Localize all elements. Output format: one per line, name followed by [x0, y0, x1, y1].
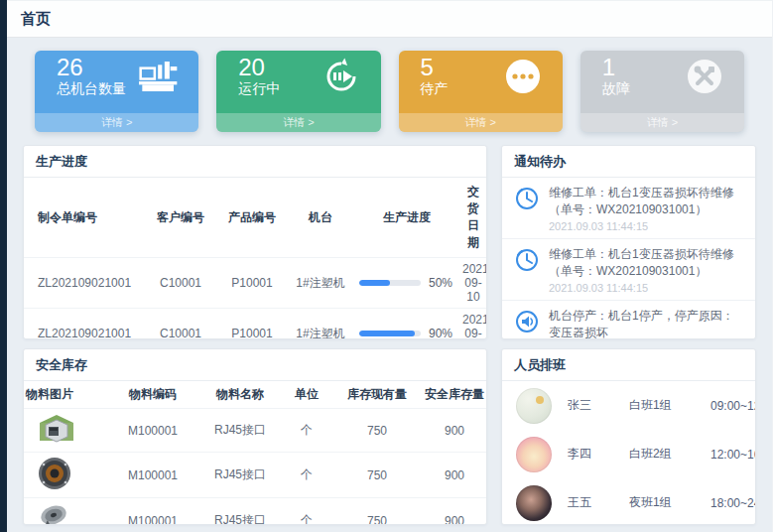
notification-time: 2021.09.03 11:44:15: [549, 220, 743, 232]
panel-title: 安全库存: [24, 349, 486, 381]
staff-time: 12:00~16:00: [710, 448, 756, 462]
table-header-row: 物料图片 物料编码 物料名称 单位 库存现有量 安全库存量: [24, 381, 486, 409]
panels-row-bottom: 安全库存 物料图片 物料编码 物料名称 单位 库存现有量 安全库存量: [23, 348, 756, 525]
stat-card-fault[interactable]: 1 故障: [580, 51, 744, 132]
card-value: 1: [602, 54, 630, 81]
stat-card-total-machines[interactable]: 26 总机台数量 详情 >: [35, 51, 198, 132]
topbar: 首页: [7, 0, 772, 38]
cycle-icon: [322, 57, 361, 96]
notifications-panel: 通知待办 维修工单：机台1变压器损坏待维修（单号：WX202109031001）…: [501, 145, 756, 339]
staff-row: 李四 白班2组 12:00~16:00: [502, 430, 755, 478]
staff-time: 09:00~12:00: [710, 399, 756, 413]
column-header: 机台: [288, 178, 353, 258]
avatar: [516, 485, 552, 521]
table-header-row: 制令单编号 客户编号 产品编号 机台 生产进度 交货日期: [24, 178, 486, 258]
app-root: { "window": { "title": "首页" }, "theme": …: [0, 0, 773, 532]
table-row: M100001 RJ45接口 个 750 900: [24, 409, 486, 453]
stat-card-running[interactable]: 20 运行中 详情 >: [216, 51, 380, 132]
table-row: M100001 RJ45接口 个 750 900: [24, 498, 486, 526]
page-title: 首页: [21, 10, 51, 29]
notification-text: 维修工单：机台1变压器损坏待维修（单号：WX202109031001）: [549, 246, 743, 281]
column-header: 物料图片: [24, 381, 107, 409]
card-detail-link[interactable]: 详情 >: [35, 113, 198, 132]
card-label: 故障: [602, 80, 630, 98]
staff-name: 王五: [568, 494, 629, 511]
card-main: 20 运行中: [216, 51, 380, 113]
table-row: M100001 RJ45接口 个 750 900: [24, 453, 486, 498]
card-label: 待产: [421, 80, 449, 98]
production-table: 制令单编号 客户编号 产品编号 机台 生产进度 交货日期 ZL202109021…: [24, 178, 486, 339]
card-label: 总机台数量: [57, 80, 126, 98]
clock-icon: [514, 247, 540, 273]
staff-row: 张三 白班1组 09:00~12:00: [502, 381, 755, 430]
production-progress-panel: 生产进度 制令单编号 客户编号 产品编号 机台 生产进度 交货日期: [23, 145, 487, 339]
rj45-connector-image: [38, 413, 75, 448]
staff-shift: 夜班1组: [629, 494, 710, 511]
table-row: ZL202109021001 C10001 P10001 1#注塑机 50% 2…: [24, 258, 486, 309]
stat-card-pending[interactable]: 5 待产 详情 >: [399, 51, 563, 132]
card-value: 26: [57, 54, 126, 81]
speaker-icon: [514, 309, 540, 334]
card-detail-link[interactable]: 详情 >: [216, 113, 380, 132]
card-main: 1 故障: [580, 51, 744, 113]
notification-time: 2021.09.03 11:44:15: [549, 282, 743, 294]
staff-name: 李四: [568, 446, 629, 463]
staff-row: 王五 夜班1组 18:00~24:00: [502, 478, 755, 525]
column-header: 交货日期: [460, 178, 486, 258]
content: 26 总机台数量 详情 >: [7, 38, 772, 525]
progress-bar: 50%: [355, 276, 458, 290]
panel-title: 人员排班: [502, 349, 755, 381]
card-detail-link[interactable]: 详情 >: [399, 113, 563, 132]
column-header: 客户编号: [145, 178, 216, 258]
machine-icon: [139, 57, 179, 96]
column-header: 库存现有量: [331, 381, 423, 409]
card-value: 20: [238, 54, 280, 81]
sidebar-sliver: [0, 0, 7, 532]
card-main: 26 总机台数量: [35, 51, 198, 113]
tools-icon: [685, 57, 724, 96]
progress-bar: 90%: [355, 327, 458, 339]
notification-text: 维修工单：机台1变压器损坏待维修（单号：WX202109031001）: [549, 185, 743, 219]
clock-icon: [514, 186, 540, 211]
staff-time: 18:00~24:00: [710, 496, 756, 510]
speaker-front-image: [38, 457, 71, 493]
panels-row-top: 生产进度 制令单编号 客户编号 产品编号 机台 生产进度 交货日期: [23, 145, 756, 339]
column-header: 制令单编号: [24, 178, 145, 258]
column-header: 安全库存量: [423, 381, 486, 409]
column-header: 生产进度: [353, 178, 460, 258]
card-value: 5: [421, 54, 449, 81]
column-header: 物料编码: [107, 381, 198, 409]
main-area: 首页 26 总机台数量: [7, 0, 772, 532]
notification-item: 维修工单：机台1变压器损坏待维修（单号：WX202109031001） 2021…: [502, 239, 755, 301]
ellipsis-icon: [503, 57, 543, 96]
panel-title: 通知待办: [502, 146, 755, 178]
column-header: 单位: [282, 381, 331, 409]
panel-title: 生产进度: [24, 146, 486, 178]
table-row: ZL202109021001 C10001 P10001 1#注塑机 90% 2…: [24, 309, 486, 340]
notification-item: 维修工单：机台1变压器损坏待维修（单号：WX202109031001） 2021…: [502, 178, 755, 239]
staff-schedule-panel: 人员排班 张三 白班1组 09:00~12:00 李四 白班2组 12:00~1…: [501, 348, 756, 525]
inventory-table: 物料图片 物料编码 物料名称 单位 库存现有量 安全库存量: [24, 381, 486, 525]
avatar: [516, 437, 552, 472]
avatar: [516, 388, 552, 424]
card-label: 运行中: [238, 80, 280, 98]
card-detail-link[interactable]: 详情 >: [580, 113, 744, 132]
notification-text: 机台停产：机台1停产，停产原因：变压器损坏: [549, 308, 743, 339]
column-header: 产品编号: [216, 178, 288, 258]
column-header: 物料名称: [198, 381, 282, 409]
card-main: 5 待产: [399, 51, 563, 113]
staff-shift: 白班1组: [629, 397, 710, 414]
staff-shift: 白班2组: [629, 446, 710, 463]
staff-name: 张三: [568, 397, 629, 414]
notification-item: 机台停产：机台1停产，停产原因：变压器损坏 2021.09.03 11:44:1…: [502, 301, 755, 339]
speaker-side-image: [38, 502, 71, 525]
safety-stock-panel: 安全库存 物料图片 物料编码 物料名称 单位 库存现有量 安全库存量: [23, 348, 487, 525]
stat-cards-row: 26 总机台数量 详情 >: [23, 51, 756, 132]
